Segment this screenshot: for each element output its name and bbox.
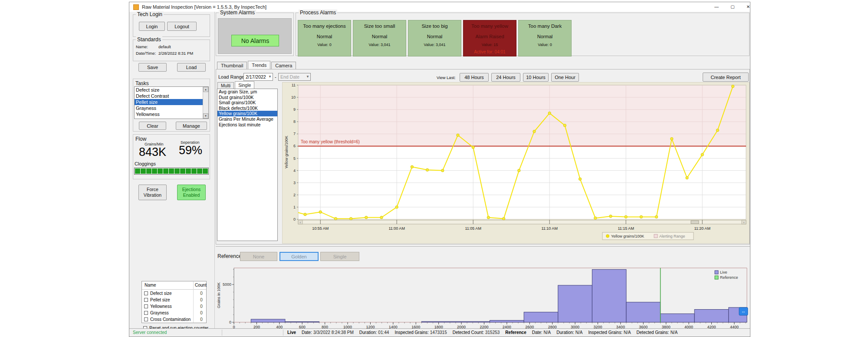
tasks-title: Tasks — [135, 80, 149, 86]
clogging-segment — [186, 168, 191, 174]
start-date-combo[interactable]: 2/17/2022 ▼ — [243, 73, 273, 81]
data-point — [426, 168, 428, 171]
series-item-grains-per-minute-average[interactable]: Grains Per Minute Average — [217, 116, 277, 122]
manage-button[interactable]: Manage — [176, 122, 207, 130]
task-item-defect-contrast[interactable]: Defect Contrast — [135, 93, 208, 99]
legend-band-label: Alerting Range — [659, 234, 685, 238]
tasks-listbox[interactable]: ▲ ▼ Defect sizeDefect ContrastPellet siz… — [134, 86, 209, 119]
tab-thumbnail[interactable]: Thumbnail — [217, 62, 247, 69]
status-field: Detected Count:315253 — [453, 330, 500, 335]
data-point — [349, 217, 352, 220]
series-item-ejections-last-minute[interactable]: Ejections last minute — [217, 122, 277, 128]
series-tab-single[interactable]: Single — [235, 81, 254, 89]
app-icon — [133, 4, 139, 10]
histogram-bar — [421, 321, 490, 322]
date-range-dash: - — [275, 74, 276, 79]
save-button[interactable]: Save — [138, 63, 167, 72]
count-row-value: 0 — [195, 297, 208, 302]
count-row-checkbox[interactable] — [144, 311, 148, 315]
data-point — [563, 124, 566, 127]
legend-series-label: Yellow grains/100K — [611, 234, 644, 238]
tasks-scrollbar[interactable]: ▲ ▼ — [203, 87, 208, 119]
series-listbox[interactable]: Avg grain Size, µmDust grains/100KSmall … — [217, 89, 278, 241]
table-row: Defect size0 — [142, 290, 206, 297]
data-point — [701, 153, 704, 156]
cloggings-bar — [134, 168, 209, 175]
tab-trends[interactable]: Trends — [248, 61, 270, 69]
clogging-segment — [158, 168, 163, 174]
alarm-tile-name: Size too small — [353, 23, 406, 29]
view-last-10-hours[interactable]: 10 Hours — [523, 73, 549, 82]
x-tick-label: 11:00 AM — [389, 226, 405, 231]
chevron-down-icon[interactable]: ▼ — [306, 75, 309, 79]
alarm-tile-name: Size too big — [408, 23, 461, 29]
clear-button[interactable]: Clear — [139, 122, 166, 130]
series-tab-multi[interactable]: Multi — [217, 82, 234, 89]
task-item-defect-size[interactable]: Defect size — [135, 87, 208, 93]
reference-single-button[interactable]: Single — [320, 252, 359, 261]
load-button[interactable]: Load — [177, 63, 206, 72]
y-tick-label: 0 — [229, 320, 231, 324]
ejections-enabled-button[interactable]: Ejections Enabled — [177, 185, 206, 200]
legend-swatch — [715, 271, 718, 274]
maximize-button[interactable]: ▢ — [727, 3, 738, 10]
count-row-checkbox[interactable] — [144, 298, 148, 302]
create-report-button[interactable]: Create Report — [703, 73, 749, 82]
task-item-pellet-size[interactable]: Pellet size — [135, 99, 208, 105]
counts-table: Name Count Defect size0Pellet size0Yello… — [141, 281, 207, 323]
histogram-bar — [524, 312, 558, 322]
status-field-label: Inspected Grains: — [589, 330, 622, 335]
status-divider — [283, 330, 283, 336]
count-row-checkbox[interactable] — [144, 291, 148, 295]
status-field-value: 3/3/2022 8:24:38 PM — [313, 330, 354, 335]
y-axis-label: Grains in 100K — [217, 282, 221, 308]
view-last-24-hours[interactable]: 24 Hours — [491, 73, 520, 82]
trend-chart-svg: Too many yellow (threshold=6)01234567891… — [283, 83, 749, 243]
system-alarms-group: System Alarms No Alarms — [216, 13, 294, 56]
y-tick-label: 4 — [293, 168, 296, 173]
close-button[interactable]: ✕ — [743, 3, 754, 10]
reference-none-button[interactable]: None — [240, 252, 277, 261]
logout-button[interactable]: Logout — [167, 22, 197, 31]
data-point — [686, 176, 688, 179]
data-point — [731, 85, 734, 88]
pan-handle-icon[interactable]: ⇔ — [741, 309, 746, 314]
data-point — [472, 146, 474, 149]
view-last-48-hours[interactable]: 48 Hours — [460, 73, 489, 82]
scrollbar-thumb[interactable] — [691, 221, 699, 224]
minimize-button[interactable]: — — [711, 3, 722, 10]
x-scrollbar[interactable] — [298, 220, 746, 224]
login-button[interactable]: Login — [139, 22, 165, 31]
view-last-one-hour[interactable]: One Hour — [551, 73, 579, 82]
series-item-black-defects-100k[interactable]: Black defects/100K — [217, 106, 277, 111]
end-date-combo[interactable]: End Date ▼ — [278, 73, 311, 81]
histogram-bar — [694, 309, 729, 322]
y-tick-label: 7 — [293, 132, 296, 136]
count-row-checkbox[interactable] — [144, 304, 148, 308]
chevron-down-icon[interactable]: ▼ — [268, 75, 272, 79]
series-item-dust-grains-100k[interactable]: Dust grains/100K — [217, 95, 277, 100]
view-last-label: View Last: — [437, 75, 456, 80]
tech-login-group: Tech Login Login Logout — [133, 14, 210, 37]
scroll-up-icon[interactable]: ▲ — [203, 87, 208, 92]
task-item-yellowness[interactable]: Yellowness — [135, 111, 208, 117]
histogram-svg: 05000Grains in 100K020040060080010001200… — [216, 262, 750, 329]
series-item-avg-grain-size-m[interactable]: Avg grain Size, µm — [217, 89, 277, 95]
alarm-tile-status: Normal — [519, 34, 571, 39]
standards-date-label: Date/Time: — [136, 51, 156, 56]
series-tabs: MultiSingle — [217, 82, 255, 89]
standards-title: Standards — [136, 36, 162, 43]
tab-camera[interactable]: Camera — [271, 62, 296, 69]
status-field-label: Detected Count: — [453, 330, 484, 335]
task-item-grayness[interactable]: Grayness — [135, 105, 208, 111]
count-row-checkbox[interactable] — [144, 317, 148, 321]
end-date-placeholder: End Date — [280, 74, 299, 79]
reference-golden-button[interactable]: Golden — [279, 252, 319, 261]
alarm-tile-status: Normal — [353, 34, 406, 39]
force-vibration-button[interactable]: Force Vibration — [138, 185, 167, 200]
series-item-small-grains-100k[interactable]: Small grains/100K — [217, 100, 277, 106]
status-field: Inspected Grains:N/A — [589, 330, 631, 335]
series-item-yellow-grains-100k[interactable]: Yellow grains/100K — [217, 111, 277, 116]
scroll-down-icon[interactable]: ▼ — [203, 113, 208, 119]
tech-login-title: Tech Login — [136, 11, 164, 17]
